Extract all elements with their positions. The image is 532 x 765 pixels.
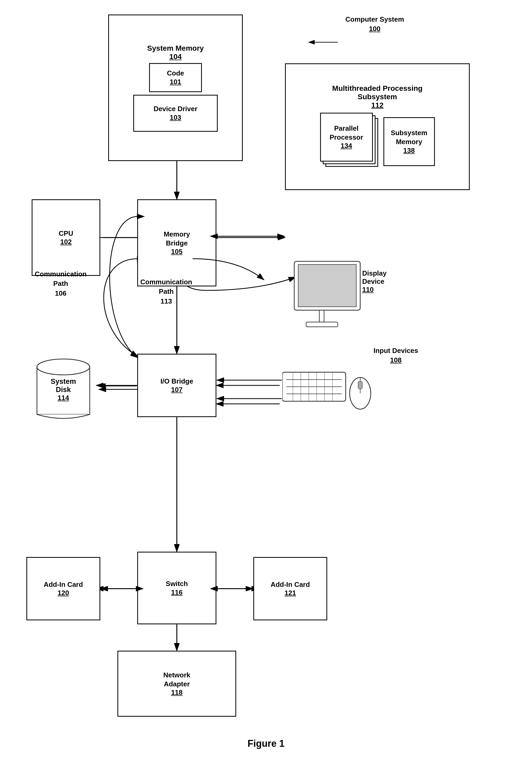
system-disk: SystemDisk 114 — [29, 354, 98, 427]
input-devices-group — [282, 364, 375, 422]
comm-path-113-label: CommunicationPath113 — [132, 277, 201, 306]
add-in-card-121-box: Add-In Card 121 — [253, 557, 327, 620]
svg-rect-32 — [358, 382, 362, 389]
multithreaded-label: Multithreaded ProcessingSubsystem112 — [332, 83, 422, 110]
system-disk-label: SystemDisk 114 — [29, 378, 98, 402]
svg-rect-17 — [298, 265, 356, 307]
svg-point-34 — [37, 359, 90, 375]
cs-arrow — [306, 37, 340, 48]
figure-caption: Figure 1 — [227, 738, 305, 749]
svg-rect-19 — [306, 322, 338, 327]
network-adapter-box: NetworkAdapter 118 — [118, 651, 236, 717]
io-bridge-box: I/O Bridge 107 — [137, 354, 217, 417]
parallel-processor-stack: ParallelProcessor 134 — [320, 113, 378, 171]
code-box: Code 101 — [149, 63, 202, 92]
subsystem-memory-box: SubsystemMemory 138 — [383, 117, 435, 166]
multithreaded-box: Multithreaded ProcessingSubsystem112 Par… — [285, 63, 470, 190]
display-device-label: DisplayDevice110 — [362, 269, 387, 294]
system-memory-box: System Memory 104 Code 101 Device Driver… — [108, 15, 243, 161]
diagram-container: Computer System 100 System Memory 104 Co… — [0, 0, 532, 765]
comm-path-106-label: CommunicationPath106 — [26, 269, 95, 298]
monitor-svg — [289, 259, 365, 338]
input-devices-label: Input Devices108 — [364, 346, 427, 365]
io-to-disk-arrow — [98, 385, 139, 393]
svg-rect-18 — [319, 310, 324, 322]
cpu-box: CPU 102 — [32, 199, 100, 276]
switch-box: Switch 116 — [137, 552, 217, 624]
device-driver-box: Device Driver 103 — [133, 95, 218, 132]
display-device: DisplayDevice110 — [289, 259, 365, 338]
add-in-card-120-box: Add-In Card 120 — [26, 557, 100, 620]
computer-system-label: Computer System 100 — [338, 15, 412, 34]
system-memory-label: System Memory 104 — [147, 44, 204, 61]
input-devices-svg — [282, 364, 375, 422]
memory-bridge-box: MemoryBridge 105 — [137, 199, 217, 287]
